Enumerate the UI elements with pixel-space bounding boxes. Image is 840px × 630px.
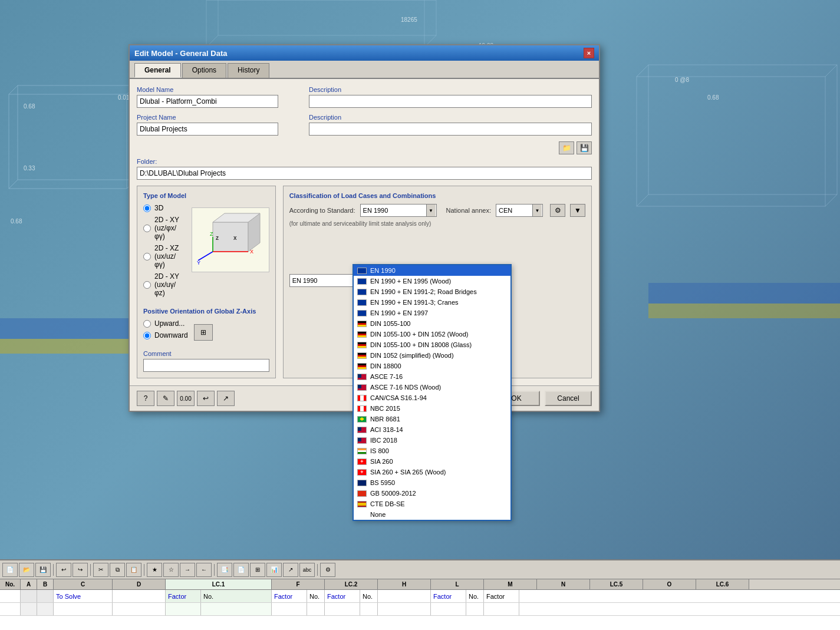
radio-3d-input[interactable] — [143, 204, 151, 212]
description-input-1[interactable] — [309, 95, 592, 108]
dropdown-item-label: BS 5950 — [370, 479, 395, 486]
model-name-input[interactable] — [137, 95, 278, 108]
edit-button[interactable]: ✎ — [157, 391, 174, 406]
dropdown-item-none[interactable]: None — [354, 509, 510, 520]
classification-settings-button[interactable]: ⚙ — [550, 204, 565, 217]
comment-input[interactable] — [143, 359, 269, 372]
dropdown-item-can-csa[interactable]: CAN/CSA S16.1-94 — [354, 392, 510, 403]
tb-btn-paste[interactable]: 📋 — [126, 563, 141, 577]
dropdown-item-din18800[interactable]: DIN 18800 — [354, 361, 510, 371]
tab-options[interactable]: Options — [182, 63, 226, 78]
folder-save-button[interactable]: 💾 — [577, 141, 592, 154]
tab-history[interactable]: History — [228, 63, 269, 78]
reset-button[interactable]: ↩ — [197, 391, 215, 406]
cell-row1-c[interactable] — [54, 603, 113, 615]
cell-row1-d[interactable] — [113, 603, 166, 615]
cell-no-2: No. — [307, 590, 325, 602]
national-select[interactable]: CEN — [496, 204, 543, 217]
dropdown-item-din1055-wood[interactable]: DIN 1055-100 + DIN 1052 (Wood) — [354, 329, 510, 339]
dropdown-item-bs5950[interactable]: BS 5950 — [354, 477, 510, 488]
folder-browse-button[interactable]: 📁 — [559, 141, 574, 154]
tb-btn-copy[interactable]: ⧉ — [110, 563, 125, 577]
tb-btn-arrow-l[interactable]: ← — [196, 563, 212, 577]
tb-btn-settings[interactable]: ⚙ — [320, 563, 335, 577]
cancel-button[interactable]: Cancel — [545, 391, 592, 406]
dropdown-item-aci318[interactable]: ACI 318-14 — [354, 424, 510, 435]
tb-btn-graph[interactable]: 📊 — [266, 563, 282, 577]
dropdown-item-label: CAN/CSA S16.1-94 — [370, 394, 427, 401]
folder-input[interactable] — [137, 167, 592, 180]
classification-filter-button[interactable]: ▼ — [570, 204, 585, 217]
dialog-titlebar: Edit Model - General Data × — [130, 45, 599, 61]
dropdown-item-en1990-bridges[interactable]: EN 1990 + EN 1991-2; Road Bridges — [354, 286, 510, 297]
cell-row1-f[interactable] — [201, 603, 272, 615]
dropdown-item-sia260[interactable]: SIA 260 — [354, 456, 510, 467]
tb-btn-table[interactable]: ⊞ — [250, 563, 265, 577]
tb-btn-doc2[interactable]: 📄 — [233, 563, 249, 577]
tb-btn-redo[interactable]: ↪ — [73, 563, 88, 577]
dropdown-item-label: DIN 1055-100 + DIN 1052 (Wood) — [370, 331, 468, 338]
tb-btn-save[interactable]: 💾 — [35, 563, 51, 577]
dialog-close-button[interactable]: × — [584, 48, 594, 58]
dropdown-item-asce716-nds[interactable]: ASCE 7-16 NDS (Wood) — [354, 382, 510, 392]
description-input-2[interactable] — [309, 123, 592, 136]
radio-2d-xy1-input[interactable] — [143, 225, 151, 232]
dropdown-item-asce716[interactable]: ASCE 7-16 — [354, 371, 510, 382]
cell-row1-k[interactable] — [378, 603, 431, 615]
help-button[interactable]: ? — [137, 391, 154, 406]
flag-eu-icon — [357, 278, 367, 285]
tb-btn-open[interactable]: 📂 — [19, 563, 34, 577]
radio-downward-input[interactable] — [143, 332, 151, 339]
cell-row1-n[interactable] — [484, 603, 519, 615]
dropdown-item-din1052[interactable]: DIN 1052 (simplified) (Wood) — [354, 350, 510, 361]
cell-row1-l[interactable] — [431, 603, 466, 615]
cell-row1-j[interactable] — [360, 603, 378, 615]
dropdown-item-is800[interactable]: IS 800 — [354, 446, 510, 456]
type-of-model-title: Type of Model — [143, 192, 269, 199]
tb-btn-new[interactable]: 📄 — [2, 563, 18, 577]
export-button[interactable]: ↗ — [217, 391, 235, 406]
cell-factor-3: Factor — [325, 590, 360, 602]
standard-select[interactable]: EN 1990 — [360, 204, 437, 217]
tb-btn-undo[interactable]: ↩ — [56, 563, 71, 577]
dropdown-item-nbc2015[interactable]: NBC 2015 — [354, 403, 510, 414]
tb-btn-star2[interactable]: ☆ — [163, 563, 179, 577]
cell-row1-h[interactable] — [307, 603, 325, 615]
tb-btn-doc[interactable]: 📑 — [217, 563, 232, 577]
tb-btn-star[interactable]: ★ — [147, 563, 162, 577]
col-header-d: D — [113, 579, 166, 589]
cell-row1-g[interactable] — [272, 603, 307, 615]
dropdown-item-ibc2018[interactable]: IBC 2018 — [354, 435, 510, 446]
dropdown-item-en1990-cranes[interactable]: EN 1990 + EN 1991-3; Cranes — [354, 297, 510, 308]
dropdown-item-nbr8681[interactable]: NBR 8681 — [354, 414, 510, 424]
flag-ch-icon — [357, 469, 367, 476]
dropdown-item-cte-db-se[interactable]: CTE DB-SE — [354, 499, 510, 509]
radio-2d-xz-label: 2D - XZ (ux/uz/φγ) — [154, 244, 186, 269]
cell-row1-m[interactable] — [466, 603, 484, 615]
cell-row1-e[interactable] — [166, 603, 201, 615]
dropdown-item-gb50009[interactable]: GB 50009-2012 — [354, 488, 510, 499]
tb-divider-4 — [214, 564, 215, 576]
dropdown-item-label: EN 1990 + EN 1997 — [370, 309, 428, 316]
radio-2d-xy2-input[interactable] — [143, 281, 151, 289]
svg-rect-7 — [648, 65, 837, 194]
dropdown-item-din1055-glass[interactable]: DIN 1055-100 + DIN 18008 (Glass) — [354, 339, 510, 350]
radio-2d-xz-input[interactable] — [143, 253, 151, 260]
tb-btn-abc[interactable]: abc — [299, 563, 315, 577]
dropdown-item-din1055[interactable]: DIN 1055-100 — [354, 318, 510, 329]
cell-row1-i[interactable] — [325, 603, 360, 615]
tb-btn-arrow-r[interactable]: → — [180, 563, 195, 577]
project-name-input[interactable] — [137, 123, 278, 136]
dropdown-item-en1990-wood[interactable]: EN 1990 + EN 1995 (Wood) — [354, 276, 510, 286]
tb-btn-export[interactable]: ↗ — [283, 563, 298, 577]
tb-btn-cut[interactable]: ✂ — [93, 563, 108, 577]
radio-upward-input[interactable] — [143, 320, 151, 328]
tab-general[interactable]: General — [134, 63, 181, 78]
sheet-grid: No. A B C D LC.1 F LC.2 H L M N LC.5 O L… — [0, 579, 840, 630]
dropdown-item-sia260-wood[interactable]: SIA 260 + SIA 265 (Wood) — [354, 467, 510, 477]
dropdown-item-en1990[interactable]: EN 1990 — [354, 265, 510, 276]
zero-button[interactable]: 0.00 — [177, 391, 195, 406]
z-axis-icon-button[interactable]: ⊞ — [194, 324, 213, 341]
cell-row1-a — [21, 603, 37, 615]
dropdown-item-en1990-1997[interactable]: EN 1990 + EN 1997 — [354, 308, 510, 318]
